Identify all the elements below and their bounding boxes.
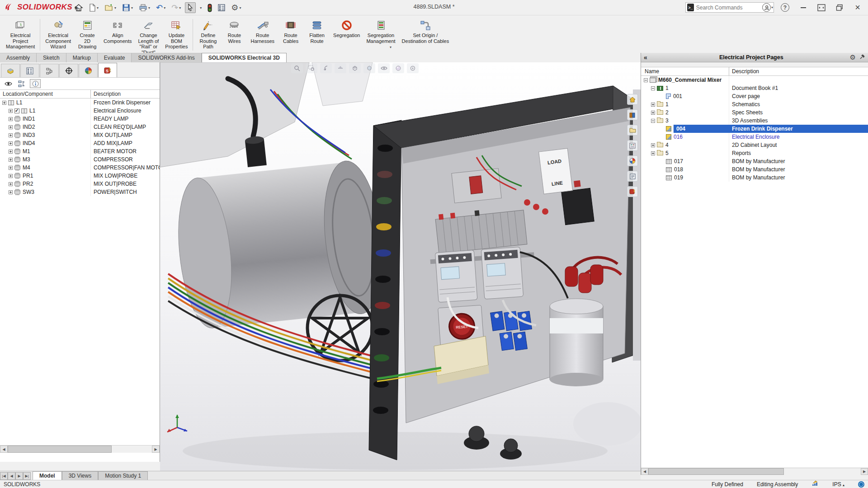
next-sheet-button[interactable]: ▶ xyxy=(15,472,23,480)
scroll-left-arrow[interactable]: ◀ xyxy=(641,468,648,475)
restore-button[interactable] xyxy=(835,4,844,12)
collapse-panel-icon[interactable] xyxy=(644,54,653,61)
segregation-management-button[interactable]: Segregation Management xyxy=(363,18,398,44)
expander-icon[interactable] xyxy=(9,158,13,162)
ribbon-overflow-chevron[interactable]: ▾ xyxy=(390,45,392,49)
route-harnesses-button[interactable]: Route Harnesses xyxy=(247,18,278,44)
expander-icon[interactable] xyxy=(651,103,655,107)
tab-solidworks-electrical-3d[interactable]: SOLIDWORKS Electrical 3D xyxy=(202,53,287,62)
table-row[interactable]: SW3 POWER|SWITCH xyxy=(0,188,160,196)
table-row[interactable]: PR1 MIX LOW|PROBE xyxy=(0,172,160,180)
zoom-area-icon[interactable] xyxy=(306,63,317,73)
appearances-icon[interactable] xyxy=(392,63,404,73)
custom-properties-icon[interactable] xyxy=(627,171,638,182)
left-panel-horizontal-scrollbar[interactable]: ◀ ▶ xyxy=(0,445,160,453)
close-button[interactable] xyxy=(854,4,862,12)
table-row[interactable]: IND1 READY LAMP xyxy=(0,115,160,123)
table-row[interactable]: M1 BEATER MOTOR xyxy=(0,147,160,155)
pin-icon[interactable] xyxy=(859,54,865,61)
expander-icon[interactable] xyxy=(9,141,13,145)
tab-evaluate[interactable]: Evaluate xyxy=(98,53,132,62)
table-row[interactable]: M4 COMPRESSOR|FAN MOTOR xyxy=(0,164,160,172)
tab-motion-study[interactable]: Motion Study 1 xyxy=(98,471,148,480)
status-units[interactable]: IPS ▴ xyxy=(832,481,844,488)
status-globe-icon[interactable] xyxy=(858,481,864,488)
route-cables-button[interactable]: Route Cables xyxy=(278,18,304,44)
panel-gear-icon[interactable] xyxy=(850,53,856,61)
expander-icon[interactable] xyxy=(9,133,13,137)
expander-icon[interactable] xyxy=(9,109,13,113)
expander-icon[interactable] xyxy=(9,125,13,129)
appearances-sphere-icon[interactable] xyxy=(627,155,638,166)
tab-assembly[interactable]: Assembly xyxy=(0,53,37,62)
table-row[interactable]: 1 Schematics xyxy=(641,100,868,108)
table-row[interactable]: M660_Commercial Mixer xyxy=(641,76,868,84)
table-row[interactable]: M3 COMPRESSOR xyxy=(0,155,160,164)
table-row[interactable]: L1 Frozen Drink Dispenser xyxy=(0,99,160,107)
minimize-button[interactable] xyxy=(799,4,807,12)
previous-view-icon[interactable] xyxy=(320,63,332,73)
units-dropdown-icon[interactable]: ▴ xyxy=(843,483,844,487)
expander-icon[interactable] xyxy=(651,111,655,115)
scroll-right-arrow[interactable]: ▶ xyxy=(861,468,868,475)
tab-dimxpert[interactable] xyxy=(59,64,78,77)
expander-icon[interactable] xyxy=(651,86,655,90)
expander-icon[interactable] xyxy=(9,117,13,121)
column-header-name[interactable]: Name xyxy=(641,68,729,75)
tab-solidworks-electrical-manager[interactable]: S xyxy=(98,63,117,77)
tab-sketch[interactable]: Sketch xyxy=(37,53,66,62)
scroll-left-arrow[interactable]: ◀ xyxy=(0,446,8,453)
tab-markup[interactable]: Markup xyxy=(66,53,98,62)
table-row[interactable]: IND3 MIX OUT|LAMP xyxy=(0,131,160,139)
flatten-route-button[interactable]: Flatten Route xyxy=(304,18,330,44)
change-length-button[interactable]: Change Length of "Rail" or "Duct" xyxy=(135,18,162,56)
tab-configuration-manager[interactable] xyxy=(40,64,59,77)
set-origin-destination-button[interactable]: Set Origin / Destination of Cables xyxy=(399,18,453,44)
electrical-component-wizard-button[interactable]: Electrical Component Wizard xyxy=(42,18,74,50)
table-row[interactable]: L1 Electrical Enclosure xyxy=(0,107,160,115)
search-input[interactable] xyxy=(696,5,766,11)
scroll-right-arrow[interactable]: ▶ xyxy=(152,446,160,453)
expander-icon[interactable] xyxy=(9,190,13,194)
table-row[interactable]: 4 2D Cabinet Layout xyxy=(641,141,868,149)
column-header-description[interactable]: Description xyxy=(90,90,160,98)
zoom-fit-icon[interactable] xyxy=(291,63,303,73)
create-2d-drawing-button[interactable]: Create 2D Drawing xyxy=(74,18,100,50)
display-style-icon[interactable] xyxy=(363,63,375,73)
graphics-viewport[interactable]: LOAD LINE RESET xyxy=(160,62,641,471)
tab-3d-views[interactable]: 3D Views xyxy=(62,471,98,480)
table-row-selected[interactable]: 004 Frozen Drink Dispenser xyxy=(641,125,868,133)
expander-icon[interactable] xyxy=(9,182,13,186)
table-row[interactable]: PR2 MIX OUT|PROBE xyxy=(0,180,160,188)
account-button[interactable] xyxy=(762,3,771,12)
update-bom-properties-button[interactable]: Update BOM Properties xyxy=(162,18,191,50)
table-row[interactable]: 5 Reports xyxy=(641,149,868,157)
first-sheet-button[interactable]: |◀ xyxy=(0,472,8,480)
expander-icon[interactable] xyxy=(644,78,648,82)
design-library-icon[interactable] xyxy=(627,109,638,120)
view-orientation-icon[interactable] xyxy=(349,63,361,73)
expander-icon[interactable] xyxy=(2,101,6,105)
column-header-component[interactable]: Location/Component xyxy=(0,91,90,97)
table-row[interactable]: IND4 ADD MIX|LAMP xyxy=(0,139,160,147)
search-box[interactable]: ⌕ ▾ xyxy=(685,2,774,13)
table-row[interactable]: 016 Electrical Enclosure xyxy=(641,133,868,141)
expander-icon[interactable] xyxy=(651,143,655,147)
segregation-button[interactable]: Segregation xyxy=(330,18,363,39)
hide-show-items-icon[interactable] xyxy=(378,63,390,73)
expander-icon[interactable] xyxy=(9,174,13,178)
column-header-description[interactable]: Description xyxy=(729,67,868,75)
tab-feature-tree[interactable] xyxy=(1,64,20,77)
section-view-icon[interactable] xyxy=(335,63,346,73)
expander-icon[interactable] xyxy=(9,166,13,170)
expander-icon[interactable] xyxy=(9,150,13,154)
tab-solidworks-add-ins[interactable]: SOLIDWORKS Add-Ins xyxy=(132,53,201,62)
view-settings-icon[interactable] xyxy=(407,63,419,73)
expander-icon[interactable] xyxy=(651,151,655,155)
last-sheet-button[interactable]: ▶| xyxy=(23,472,31,480)
toggle-panes-button[interactable] xyxy=(817,4,826,12)
tab-property-manager[interactable] xyxy=(20,64,39,77)
table-row[interactable]: 2 Spec Sheets xyxy=(641,108,868,117)
table-row[interactable]: 018 BOM by Manufacturer xyxy=(641,165,868,174)
scrollbar-thumb[interactable] xyxy=(648,468,784,475)
